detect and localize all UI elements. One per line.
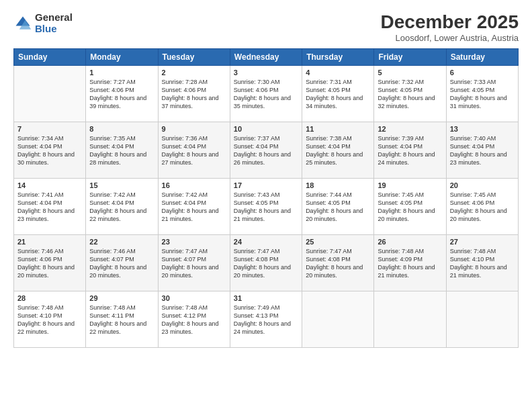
day-number: 15 xyxy=(89,181,154,189)
day-cell: 15Sunrise: 7:42 AM Sunset: 4:04 PM Dayli… xyxy=(86,178,158,234)
cell-info: Sunrise: 7:41 AM Sunset: 4:04 PM Dayligh… xyxy=(17,191,82,224)
logo: General Blue xyxy=(13,12,73,34)
cell-info: Sunrise: 7:49 AM Sunset: 4:13 PM Dayligh… xyxy=(234,304,298,336)
header-monday: Monday xyxy=(86,48,158,65)
logo-icon xyxy=(13,14,32,33)
week-row-1: 7Sunrise: 7:34 AM Sunset: 4:04 PM Daylig… xyxy=(14,122,519,178)
day-number: 14 xyxy=(17,181,82,189)
cell-info: Sunrise: 7:42 AM Sunset: 4:04 PM Dayligh… xyxy=(162,191,226,224)
day-cell: 20Sunrise: 7:45 AM Sunset: 4:06 PM Dayli… xyxy=(446,178,518,234)
day-number: 4 xyxy=(306,68,370,77)
cell-info: Sunrise: 7:30 AM Sunset: 4:06 PM Dayligh… xyxy=(234,78,298,111)
month-title: December 2025 xyxy=(381,12,519,33)
day-number: 12 xyxy=(378,125,442,133)
day-cell: 22Sunrise: 7:46 AM Sunset: 4:07 PM Dayli… xyxy=(86,234,158,291)
day-number: 2 xyxy=(162,68,226,77)
cell-info: Sunrise: 7:35 AM Sunset: 4:04 PM Dayligh… xyxy=(89,134,154,167)
title-block: December 2025 Loosdorf, Lower Austria, A… xyxy=(381,12,519,43)
cell-info: Sunrise: 7:32 AM Sunset: 4:05 PM Dayligh… xyxy=(378,78,442,111)
day-number: 9 xyxy=(162,125,226,133)
day-cell: 1Sunrise: 7:27 AM Sunset: 4:06 PM Daylig… xyxy=(86,65,158,122)
header: General Blue December 2025 Loosdorf, Low… xyxy=(13,12,519,43)
day-cell: 3Sunrise: 7:30 AM Sunset: 4:06 PM Daylig… xyxy=(230,65,302,122)
day-cell: 16Sunrise: 7:42 AM Sunset: 4:04 PM Dayli… xyxy=(158,178,230,234)
day-cell: 12Sunrise: 7:39 AM Sunset: 4:04 PM Dayli… xyxy=(374,122,446,178)
day-number: 29 xyxy=(89,294,154,302)
day-number: 11 xyxy=(306,125,370,133)
day-number: 10 xyxy=(234,125,298,133)
day-number: 1 xyxy=(89,68,154,77)
day-cell: 17Sunrise: 7:43 AM Sunset: 4:05 PM Dayli… xyxy=(230,178,302,234)
day-number: 19 xyxy=(378,181,442,189)
cell-info: Sunrise: 7:38 AM Sunset: 4:04 PM Dayligh… xyxy=(306,134,370,167)
cell-info: Sunrise: 7:40 AM Sunset: 4:04 PM Dayligh… xyxy=(450,134,515,167)
cell-info: Sunrise: 7:36 AM Sunset: 4:04 PM Dayligh… xyxy=(162,134,226,167)
cell-info: Sunrise: 7:48 AM Sunset: 4:10 PM Dayligh… xyxy=(17,304,82,336)
day-cell: 5Sunrise: 7:32 AM Sunset: 4:05 PM Daylig… xyxy=(374,65,446,122)
day-cell: 4Sunrise: 7:31 AM Sunset: 4:05 PM Daylig… xyxy=(302,65,374,122)
cell-info: Sunrise: 7:44 AM Sunset: 4:05 PM Dayligh… xyxy=(306,191,370,224)
cell-info: Sunrise: 7:47 AM Sunset: 4:07 PM Dayligh… xyxy=(162,247,226,280)
day-number: 30 xyxy=(162,294,226,302)
header-friday: Friday xyxy=(374,48,446,65)
week-row-0: 1Sunrise: 7:27 AM Sunset: 4:06 PM Daylig… xyxy=(14,65,519,122)
cell-info: Sunrise: 7:45 AM Sunset: 4:06 PM Dayligh… xyxy=(450,191,515,224)
day-number: 17 xyxy=(234,181,298,189)
calendar-header-row: SundayMondayTuesdayWednesdayThursdayFrid… xyxy=(14,48,519,65)
day-number: 27 xyxy=(450,238,515,246)
cell-info: Sunrise: 7:33 AM Sunset: 4:05 PM Dayligh… xyxy=(450,78,515,111)
day-number: 26 xyxy=(378,238,442,246)
header-thursday: Thursday xyxy=(302,48,374,65)
day-number: 24 xyxy=(234,238,298,246)
cell-info: Sunrise: 7:37 AM Sunset: 4:04 PM Dayligh… xyxy=(234,134,298,167)
cell-info: Sunrise: 7:34 AM Sunset: 4:04 PM Dayligh… xyxy=(17,134,82,167)
day-cell: 24Sunrise: 7:47 AM Sunset: 4:08 PM Dayli… xyxy=(230,234,302,291)
week-row-2: 14Sunrise: 7:41 AM Sunset: 4:04 PM Dayli… xyxy=(14,178,519,234)
cell-info: Sunrise: 7:45 AM Sunset: 4:05 PM Dayligh… xyxy=(378,191,442,224)
cell-info: Sunrise: 7:46 AM Sunset: 4:06 PM Dayligh… xyxy=(17,247,82,280)
day-number: 31 xyxy=(234,294,298,302)
cell-info: Sunrise: 7:27 AM Sunset: 4:06 PM Dayligh… xyxy=(89,78,154,111)
logo-general: General xyxy=(35,12,73,24)
cell-info: Sunrise: 7:47 AM Sunset: 4:08 PM Dayligh… xyxy=(234,247,298,280)
day-number: 20 xyxy=(450,181,515,189)
cell-info: Sunrise: 7:48 AM Sunset: 4:11 PM Dayligh… xyxy=(89,304,154,336)
cell-info: Sunrise: 7:43 AM Sunset: 4:05 PM Dayligh… xyxy=(234,191,298,224)
location: Loosdorf, Lower Austria, Austria xyxy=(381,33,519,43)
cell-info: Sunrise: 7:39 AM Sunset: 4:04 PM Dayligh… xyxy=(378,134,442,167)
cell-info: Sunrise: 7:47 AM Sunset: 4:08 PM Dayligh… xyxy=(306,247,370,280)
day-number: 18 xyxy=(306,181,370,189)
day-cell: 14Sunrise: 7:41 AM Sunset: 4:04 PM Dayli… xyxy=(14,178,86,234)
day-number: 7 xyxy=(17,125,82,133)
calendar: SundayMondayTuesdayWednesdayThursdayFrid… xyxy=(13,48,519,348)
header-tuesday: Tuesday xyxy=(158,48,230,65)
day-number: 8 xyxy=(89,125,154,133)
day-number: 28 xyxy=(17,294,82,302)
logo-text: General Blue xyxy=(35,12,73,34)
day-cell: 10Sunrise: 7:37 AM Sunset: 4:04 PM Dayli… xyxy=(230,122,302,178)
page: General Blue December 2025 Loosdorf, Low… xyxy=(0,0,532,411)
day-number: 25 xyxy=(306,238,370,246)
cell-info: Sunrise: 7:48 AM Sunset: 4:12 PM Dayligh… xyxy=(162,304,226,336)
day-number: 3 xyxy=(234,68,298,77)
day-cell: 23Sunrise: 7:47 AM Sunset: 4:07 PM Dayli… xyxy=(158,234,230,291)
header-wednesday: Wednesday xyxy=(230,48,302,65)
week-row-3: 21Sunrise: 7:46 AM Sunset: 4:06 PM Dayli… xyxy=(14,234,519,291)
day-cell: 9Sunrise: 7:36 AM Sunset: 4:04 PM Daylig… xyxy=(158,122,230,178)
cell-info: Sunrise: 7:48 AM Sunset: 4:10 PM Dayligh… xyxy=(450,247,515,280)
cell-info: Sunrise: 7:46 AM Sunset: 4:07 PM Dayligh… xyxy=(89,247,154,280)
header-sunday: Sunday xyxy=(14,48,86,65)
day-cell: 8Sunrise: 7:35 AM Sunset: 4:04 PM Daylig… xyxy=(86,122,158,178)
day-cell: 13Sunrise: 7:40 AM Sunset: 4:04 PM Dayli… xyxy=(446,122,518,178)
day-number: 6 xyxy=(450,68,515,77)
logo-blue: Blue xyxy=(35,24,73,35)
day-number: 21 xyxy=(17,238,82,246)
cell-info: Sunrise: 7:28 AM Sunset: 4:06 PM Dayligh… xyxy=(162,78,226,111)
cell-info: Sunrise: 7:42 AM Sunset: 4:04 PM Dayligh… xyxy=(89,191,154,224)
day-cell: 27Sunrise: 7:48 AM Sunset: 4:10 PM Dayli… xyxy=(446,234,518,291)
day-cell xyxy=(14,65,86,122)
day-cell xyxy=(446,291,518,347)
day-cell: 7Sunrise: 7:34 AM Sunset: 4:04 PM Daylig… xyxy=(14,122,86,178)
day-cell: 30Sunrise: 7:48 AM Sunset: 4:12 PM Dayli… xyxy=(158,291,230,347)
day-number: 16 xyxy=(162,181,226,189)
